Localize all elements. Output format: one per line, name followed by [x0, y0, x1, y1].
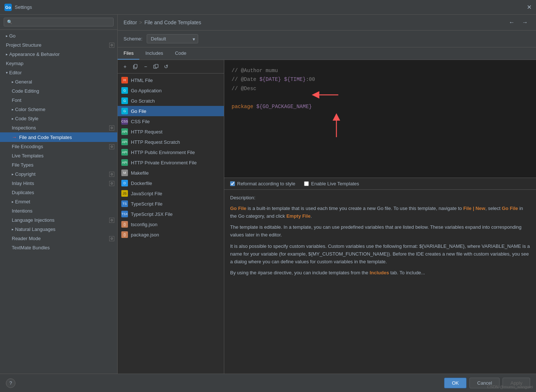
sidebar-item-file-encodings[interactable]: File Encodings⚙ [0, 142, 117, 151]
description-area: Description: Go File is a built-in templ… [224, 190, 536, 374]
sidebar-item-label: Natural Languages [15, 227, 56, 232]
svg-rect-1 [134, 64, 137, 68]
search-box [0, 15, 117, 30]
sidebar-item-inlay-hints[interactable]: Inlay Hints⚙ [0, 179, 117, 188]
description-paragraph: Go File is a built-in template that is u… [230, 205, 530, 220]
sidebar-item-file-types[interactable]: File Types [0, 160, 117, 170]
settings-badge: ⚙ [109, 218, 114, 223]
file-item-http-public-env[interactable]: APIHTTP Public Environment File [118, 147, 224, 157]
sidebar-item-label: Font [12, 97, 21, 103]
tab-code[interactable]: Code [169, 47, 192, 60]
sidebar-item-appearance[interactable]: ▸Appearance & Behavior [0, 50, 117, 59]
sidebar-item-code-style[interactable]: ▸Code Style [0, 114, 117, 123]
file-name: package.json [131, 232, 159, 238]
sidebar-item-language-injections[interactable]: Language Injections⚙ [0, 215, 117, 225]
file-item-dockerfile[interactable]: DDockerfile [118, 178, 224, 188]
file-item-typescript-file[interactable]: TSTypeScript File [118, 199, 224, 209]
sidebar-item-font[interactable]: Font [0, 96, 117, 105]
file-name: TypeScript File [131, 201, 162, 207]
sidebar-item-live-templates[interactable]: Live Templates [0, 151, 117, 160]
file-item-typescript-jsx[interactable]: TSXTypeScript JSX File [118, 209, 224, 219]
file-item-package-json[interactable]: {}package.json [118, 229, 224, 240]
duplicate-button[interactable] [151, 62, 160, 71]
reformat-label[interactable]: Reformat according to style [230, 181, 295, 186]
nav-forward-button[interactable]: → [520, 18, 530, 26]
scheme-select[interactable]: Default Project [147, 34, 198, 43]
sidebar-item-label: Editor [9, 70, 22, 75]
search-input[interactable] [4, 18, 114, 26]
breadcrumb: Editor > File and Code Templates [124, 19, 201, 25]
sidebar-item-label: Duplicates [12, 190, 34, 195]
live-templates-text: Enable Live Templates [311, 181, 359, 186]
settings-badge: ⚙ [109, 125, 114, 131]
file-item-http-private-env[interactable]: APIHTTP Private Environment File [118, 157, 224, 168]
sidebar-item-reader-mode[interactable]: Reader Mode⚙ [0, 234, 117, 243]
sidebar-item-color-scheme[interactable]: ▸Color Scheme [0, 105, 117, 114]
sidebar-item-general[interactable]: ▸General [0, 77, 117, 86]
sidebar-item-label: Language Injections [12, 217, 54, 223]
sidebar: ▸GoProject Structure⚙▸Appearance & Behav… [0, 15, 118, 374]
sidebar-item-code-editing[interactable]: Code Editing [0, 86, 117, 96]
reformat-checkbox[interactable] [230, 181, 235, 186]
sidebar-item-keymap[interactable]: Keymap [0, 59, 117, 68]
file-item-http-request[interactable]: APIHTTP Request [118, 126, 224, 137]
description-paragraph: The template is editable. In a template,… [230, 224, 530, 239]
sidebar-item-textmate-bundles[interactable]: TextMate Bundles [0, 243, 117, 252]
live-templates-label[interactable]: Enable Live Templates [304, 181, 359, 186]
ok-button[interactable]: OK [444, 378, 467, 388]
sidebar-item-emmet[interactable]: ▸Emmet [0, 197, 117, 206]
file-item-javascript-file[interactable]: JSJavaScript File [118, 188, 224, 199]
bottom-left: ? [6, 378, 15, 388]
sidebar-item-natural-languages[interactable]: ▸Natural Languages [0, 225, 117, 234]
scheme-label: Scheme: [124, 36, 142, 42]
file-icon-js: JS [121, 190, 128, 197]
file-name: Go Application [131, 88, 162, 93]
right-panel: // @Author mumu// @Date ${DATE} ${TIME}:… [224, 60, 536, 374]
file-item-tsconfig-json[interactable]: {}tsconfig.json [118, 219, 224, 229]
sidebar-item-label: Inlay Hints [12, 181, 34, 186]
file-name: JavaScript File [131, 191, 162, 196]
tab-files[interactable]: Files [118, 47, 139, 60]
file-name: CSS File [131, 119, 150, 124]
sidebar-item-intentions[interactable]: Intentions [0, 206, 117, 215]
sidebar-list: ▸GoProject Structure⚙▸Appearance & Behav… [0, 30, 117, 374]
help-button[interactable]: ? [6, 378, 15, 388]
close-button[interactable]: ✕ [527, 4, 532, 11]
sidebar-item-project-structure[interactable]: Project Structure⚙ [0, 40, 117, 50]
file-name: tsconfig.json [131, 222, 157, 227]
expand-arrow: ▸ [12, 80, 14, 84]
file-item-html-file[interactable]: HHTML File [118, 75, 224, 85]
sidebar-item-copyright[interactable]: ▸Copyright⚙ [0, 170, 117, 179]
sidebar-item-duplicates[interactable]: Duplicates [0, 188, 117, 197]
file-item-go-scratch[interactable]: GGo Scratch [118, 96, 224, 106]
add-button[interactable]: + [121, 62, 129, 71]
file-icon-go: G [121, 108, 128, 114]
file-item-makefile[interactable]: MMakefile [118, 168, 224, 178]
sidebar-item-file-and-code-templates[interactable]: →File and Code Templates [0, 132, 117, 142]
file-item-http-request-scratch[interactable]: APIHTTP Request Scratch [118, 137, 224, 147]
file-icon-api: API [121, 149, 128, 156]
code-line: package ${GO_PACKAGE_NAME} [232, 103, 529, 111]
file-item-go-application[interactable]: GGo Application [118, 85, 224, 96]
sidebar-item-label: Project Structure [6, 42, 42, 48]
expand-arrow: ▸ [6, 34, 8, 38]
tab-includes[interactable]: Includes [139, 47, 169, 60]
title-bar: Go Settings ✕ [0, 0, 536, 15]
file-name: Makefile [131, 170, 149, 176]
sidebar-item-go[interactable]: ▸Go [0, 31, 117, 40]
file-icon-docker: D [121, 180, 128, 186]
reset-button[interactable]: ↺ [162, 62, 171, 71]
file-item-go-file[interactable]: GGo File [118, 106, 224, 116]
sidebar-item-editor[interactable]: ▾Editor [0, 68, 117, 77]
file-icon-json: {} [121, 221, 128, 228]
sidebar-item-label: Live Templates [12, 153, 43, 158]
nav-back-button[interactable]: ← [507, 18, 517, 26]
copy-button[interactable] [131, 62, 140, 71]
file-item-css-file[interactable]: CSSCSS File [118, 116, 224, 126]
live-templates-checkbox[interactable] [304, 181, 309, 186]
window-title: Settings [15, 4, 32, 10]
file-icon-json: {} [121, 231, 128, 238]
sidebar-item-inspections[interactable]: Inspections⚙ [0, 123, 117, 132]
settings-badge: ⚙ [109, 181, 114, 186]
remove-button[interactable]: − [141, 62, 150, 71]
